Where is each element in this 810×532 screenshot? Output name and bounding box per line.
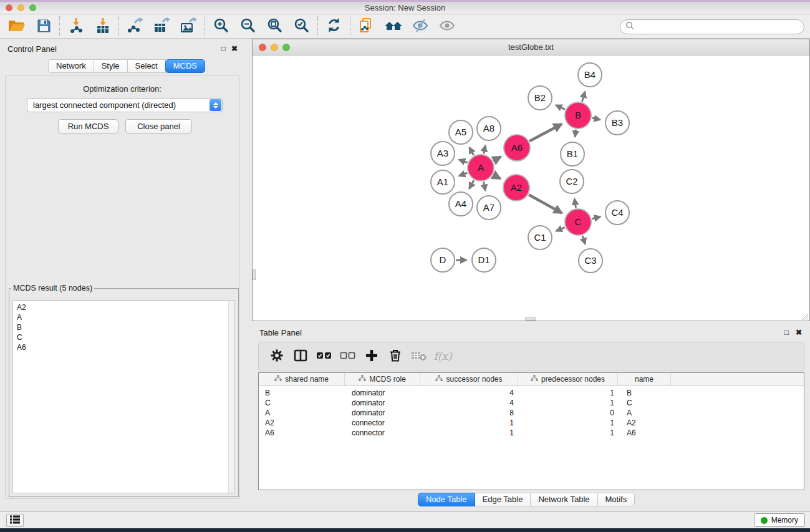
select-arrows-icon (210, 99, 221, 111)
mcds-result-item[interactable]: A2 (13, 302, 234, 312)
graph-node-A[interactable]: A (468, 155, 494, 181)
tab-motifs[interactable]: Motifs (598, 493, 635, 506)
open-file-button[interactable] (3, 16, 30, 37)
criterion-select[interactable]: largest connected component (directed) (27, 98, 223, 112)
import-table-button[interactable] (89, 16, 116, 37)
zoom-network-button[interactable] (282, 44, 290, 51)
hide-selected-button[interactable] (407, 16, 433, 37)
minimize-network-button[interactable] (271, 44, 278, 51)
graph-node-A1[interactable]: A1 (431, 170, 455, 194)
export-image-button[interactable] (175, 16, 202, 37)
memory-button[interactable]: Memory (754, 513, 805, 527)
mcds-result-item[interactable]: B (13, 322, 234, 332)
tab-node-table[interactable]: Node Table (418, 493, 475, 506)
tab-network[interactable]: Network (48, 59, 94, 73)
tab-mcds[interactable]: MCDS (165, 59, 205, 73)
graph-node-C[interactable]: C (565, 209, 591, 235)
graph-node-A6[interactable]: A6 (504, 135, 530, 161)
horizontal-scroll-nub[interactable] (525, 317, 536, 321)
vertical-scroll-nub[interactable] (253, 269, 256, 280)
float-table-panel-icon[interactable]: □ (784, 328, 789, 337)
network-window-title: testGlobe.txt (253, 39, 809, 55)
mcds-result-item[interactable]: C (13, 332, 234, 342)
show-panels-button[interactable] (6, 514, 24, 527)
select-all-checks-button[interactable] (312, 344, 336, 368)
show-hidden-button[interactable] (433, 16, 460, 37)
delete-column-button[interactable] (383, 344, 407, 368)
column-header-shared-name[interactable]: shared name (259, 373, 345, 385)
table-row[interactable]: Adominator80A (259, 408, 804, 418)
close-network-button[interactable] (259, 44, 266, 51)
tab-edge-table[interactable]: Edge Table (475, 493, 531, 506)
zoom-selected-button[interactable] (288, 16, 315, 37)
refresh-button[interactable] (321, 16, 347, 37)
mcds-result-title: MCDS result (5 nodes) (11, 284, 94, 293)
graph-node-A4[interactable]: A4 (449, 192, 473, 216)
import-network-icon (68, 17, 84, 36)
export-table-button[interactable] (148, 16, 175, 37)
network-window-controls (259, 44, 290, 51)
graph-node-B3[interactable]: B3 (605, 111, 629, 135)
zoom-out-button[interactable] (234, 16, 261, 37)
graph-node-B4[interactable]: B4 (578, 63, 602, 87)
table-cell: B (620, 388, 674, 398)
float-panel-icon[interactable]: □ (221, 44, 226, 53)
close-table-panel-icon[interactable]: ✖ (796, 328, 802, 337)
close-window-button[interactable] (6, 4, 12, 11)
export-network-button[interactable] (122, 16, 148, 37)
tab-select[interactable]: Select (128, 59, 166, 73)
refresh-icon (326, 17, 342, 35)
add-column-button[interactable] (360, 344, 383, 368)
zoom-window-button[interactable] (29, 4, 36, 11)
table-row[interactable]: A2connector11A2 (259, 418, 804, 428)
graph-node-C3[interactable]: C3 (579, 249, 602, 273)
graph-node-B2[interactable]: B2 (528, 86, 552, 110)
search-input[interactable] (637, 21, 804, 33)
mcds-result-item[interactable]: A6 (13, 342, 234, 352)
mcds-result-item[interactable]: A (13, 312, 234, 322)
column-view-button[interactable] (289, 344, 312, 368)
table-row[interactable]: Bdominator41B (259, 388, 804, 398)
zoom-in-button[interactable] (208, 16, 234, 37)
network-canvas[interactable]: B4B2BB3B1A5A8A6A3AA1A2C2A4A7C4CC1C3DD1 (253, 56, 809, 321)
tab-network-table[interactable]: Network Table (531, 493, 597, 506)
column-header-mcds-role[interactable]: MCDS role (345, 373, 420, 385)
save-session-button[interactable] (30, 16, 57, 37)
column-header-successor-nodes[interactable]: successor nodes (420, 373, 518, 385)
mcds-result-list[interactable]: A2ABCA6 (12, 300, 235, 493)
import-network-button[interactable] (62, 16, 89, 37)
table-row[interactable]: Cdominator41C (259, 398, 804, 408)
table-panel-title: Table Panel (259, 328, 302, 337)
graph-node-D[interactable]: D (431, 248, 455, 272)
scrollbar-track[interactable] (228, 301, 234, 493)
column-header-name[interactable]: name (618, 373, 671, 385)
graph-node-B1[interactable]: B1 (561, 142, 584, 166)
close-panel-icon[interactable]: ✖ (231, 44, 238, 53)
run-mcds-button[interactable]: Run MCDS (58, 119, 118, 133)
search-box[interactable] (620, 19, 804, 34)
graph-node-B[interactable]: B (565, 102, 591, 128)
graph-node-C2[interactable]: C2 (560, 170, 584, 193)
zoom-selected-icon (294, 17, 309, 35)
resize-grip-icon[interactable] (801, 312, 809, 320)
graph-node-C4[interactable]: C4 (605, 201, 629, 225)
network-window-titlebar[interactable]: testGlobe.txt (253, 39, 809, 56)
graph-node-C1[interactable]: C1 (528, 226, 552, 249)
zoom-fit-button[interactable] (261, 16, 288, 37)
minimize-window-button[interactable] (17, 4, 24, 11)
graph-node-A2[interactable]: A2 (503, 175, 529, 201)
table-row[interactable]: A6connector11A6 (259, 428, 804, 438)
graph-node-A8[interactable]: A8 (477, 117, 501, 140)
table-cell: A (620, 408, 674, 418)
graph-node-A3[interactable]: A3 (431, 142, 455, 165)
graph-node-A7[interactable]: A7 (477, 196, 501, 220)
close-panel-button[interactable]: Close panel (125, 119, 192, 133)
clear-checks-button[interactable] (336, 344, 360, 368)
graph-node-D1[interactable]: D1 (472, 248, 496, 272)
graph-node-A5[interactable]: A5 (449, 120, 473, 144)
network-overview-button[interactable] (380, 16, 407, 37)
tab-style[interactable]: Style (94, 59, 128, 73)
copy-network-button[interactable] (353, 16, 380, 37)
table-settings-button[interactable] (265, 344, 289, 368)
column-header-predecessor-nodes[interactable]: predecessor nodes (518, 373, 618, 385)
